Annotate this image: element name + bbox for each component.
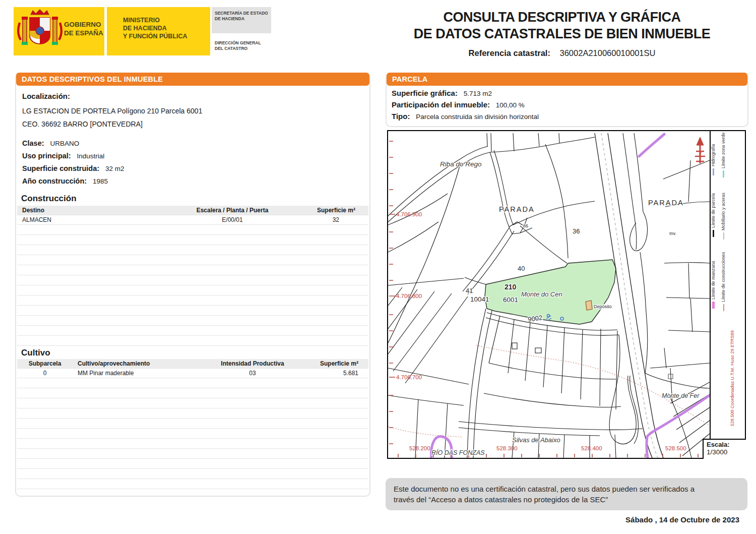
construccion-cell-superficie: 32	[293, 216, 368, 224]
map-label-monte-do-cen: Monte do Cen	[521, 290, 562, 298]
table-row-empty	[17, 345, 368, 355]
disclaimer-box: Este documento no es una certificación c…	[386, 478, 747, 510]
map-coord-4706800: 4.706.800	[396, 293, 422, 299]
field-uso-value: Industrial	[77, 152, 105, 160]
table-row-empty	[17, 479, 368, 489]
secretaria-line2: DE HACIENDA	[215, 16, 271, 22]
table-row-empty	[17, 448, 368, 458]
field-uso-principal: Uso principal: Industrial	[22, 152, 104, 160]
document-title-block: CONSULTA DESCRIPTIVA Y GRÁFICA DE DATOS …	[375, 9, 748, 58]
mobiliario-line-sample-icon	[723, 232, 724, 240]
construccion-header-row: Destino Escalera / Planta / Puerta Super…	[17, 206, 368, 215]
field-superficie-construida: Superficie construida: 32 m2	[22, 164, 124, 172]
table-row-empty	[17, 468, 368, 479]
cultivo-header-superficie: Superficie m²	[303, 360, 368, 368]
field-clase-label: Clase:	[22, 139, 44, 147]
table-row: ALMACEN E/00/01 32	[17, 215, 368, 224]
referencia-catastral-row: Referencia catastral: 36002A210060010001…	[375, 48, 748, 58]
table-row-empty	[17, 234, 368, 245]
secretaria-line1: SECRETARÍA DE ESTADO	[215, 11, 271, 16]
legend-label: Límite zona verde	[721, 132, 726, 168]
gobierno-label: GOBIERNO DE ESPAÑA	[64, 20, 103, 37]
legend-label: Límite de manzana	[711, 261, 716, 300]
cultivo-header-intensidad: Intensidad Productiva	[202, 360, 303, 368]
north-arrow-icon: N	[695, 137, 705, 163]
cultivo-cell-superficie: 5.681	[303, 369, 368, 377]
field-tipo: Tipo: Parcela construida sin división ho…	[392, 112, 539, 121]
map-label-9002: 9002	[527, 314, 543, 323]
localizacion-line2: CEO. 36692 BARRO [PONTEVEDRA]	[22, 120, 143, 128]
legend-label: Hidrografía	[711, 144, 716, 166]
field-superficie-label: Superficie construida:	[22, 164, 99, 172]
field-participacion: Participación del inmueble: 100,00 %	[392, 100, 525, 109]
cultivo-table: Subparcela Cultivo/aprovechamiento Inten…	[17, 359, 368, 499]
map-label-silvas-de-abaixo: Silvas de Abaixo	[512, 436, 560, 444]
table-row-empty	[17, 275, 368, 285]
map-label-40: 40	[518, 265, 525, 272]
table-row: 0 MM Pinar maderable 03 5.681	[17, 368, 368, 378]
cultivo-header-cultivo: Cultivo/aprovechamiento	[73, 360, 202, 368]
map-label-inv: Inv.	[669, 231, 676, 236]
construction-limit-lines	[388, 345, 710, 437]
construccion-title: Construcción	[21, 194, 77, 204]
construccion-cell-escalera: E/00/01	[172, 216, 293, 224]
tipo-label: Tipo:	[392, 112, 410, 121]
map-coord-4706900: 4.706.900	[396, 211, 422, 217]
map-label-parada-center: PARADA	[499, 205, 535, 213]
spain-coat-of-arms	[17, 9, 63, 54]
table-row-empty	[17, 315, 368, 325]
field-clase: Clase: URBANO	[22, 139, 79, 147]
datos-descriptivos-card: DATOS DESCRIPTIVOS DEL INMUEBLE Localiza…	[15, 73, 370, 497]
field-superficie-value: 32 m2	[105, 165, 124, 172]
document-date: Sábado , 14 de Octubre de 2023	[386, 515, 739, 524]
map-coord-528500: 528.500	[665, 445, 686, 451]
map-coord-4706700: 4.706.700	[396, 374, 422, 380]
cultivo-cell-subparcela: 0	[17, 369, 73, 377]
datos-descriptivos-header: DATOS DESCRIPTIVOS DEL INMUEBLE	[16, 73, 369, 86]
field-superficie-grafica: Superficie gráfica: 5.713 m2	[392, 89, 492, 97]
table-row-empty	[17, 408, 368, 418]
cadastral-document-page: GOBIERNO DE ESPAÑA MINISTERIO DE HACIEND…	[0, 0, 756, 534]
table-row-empty	[17, 438, 368, 448]
map-canvas: N Riba do Rego PARADA PARADA 36 40 41 86…	[388, 131, 710, 458]
deposito-building-icon	[586, 301, 592, 310]
referencia-catastral-label: Referencia catastral:	[469, 48, 550, 57]
cultivo-header-subparcela: Subparcela	[17, 360, 73, 368]
direccion-line1: DIRECCIÓN GENERAL	[215, 40, 261, 46]
field-ano-construccion: Año construcción: 1985	[22, 177, 108, 185]
gobierno-line1: GOBIERNO	[64, 20, 103, 29]
field-ano-label: Año construcción:	[22, 177, 87, 185]
table-row-empty	[17, 458, 368, 468]
map-label-parada-right: PARADA	[648, 199, 684, 207]
ministerio-line1: MINISTERIO	[123, 16, 187, 24]
secretaria-estado-box: SECRETARÍA DE ESTADO DE HACIENDA	[212, 7, 271, 33]
field-ano-value: 1985	[93, 177, 108, 185]
legend-utm-note: 528.500 Coordenadas U.T.M. Huso 29 ETRS8…	[730, 330, 735, 426]
limite-manzana-line-sample-icon	[712, 302, 715, 309]
cultivo-empty-rows	[17, 378, 368, 499]
table-row-empty	[17, 265, 368, 275]
construccion-cell-destino: ALMACEN	[17, 216, 172, 224]
legend-item-limite-construcciones: Límite de construcciones	[721, 252, 726, 311]
table-row-empty	[17, 245, 368, 255]
referencia-catastral-value: 36002A210060010001SU	[560, 48, 656, 57]
map-label-rio-das-fonzas: RÍO DAS FONZAS	[431, 449, 485, 456]
cultivo-cell-intensidad: 03	[202, 369, 303, 377]
legend-item-limite-parcela: Límite de parcela	[711, 193, 716, 237]
legend-item-zona-verde: Límite zona verde	[721, 132, 726, 177]
construccion-header-destino: Destino	[17, 206, 172, 214]
map-label-10041: 10041	[470, 295, 489, 303]
zona-verde-line-sample-icon	[723, 170, 724, 177]
table-row-empty	[17, 224, 368, 234]
legend-label: Límite de parcela	[711, 193, 716, 228]
participacion-value: 100,00 %	[496, 101, 525, 109]
superficie-grafica-label: Superficie gráfica:	[392, 89, 458, 97]
legend-label: Límite de construcciones	[721, 252, 726, 302]
map-label-210: 210	[505, 283, 517, 291]
north-letter: N	[698, 152, 703, 155]
gobierno-line2: DE ESPAÑA	[64, 29, 103, 37]
limite-construcciones-line-sample-icon	[723, 304, 724, 311]
construccion-table: Destino Escalera / Planta / Puerta Super…	[17, 206, 368, 355]
limite-parcela-line-sample-icon	[713, 230, 714, 237]
construccion-header-escalera: Escalera / Planta / Puerta	[172, 206, 293, 214]
